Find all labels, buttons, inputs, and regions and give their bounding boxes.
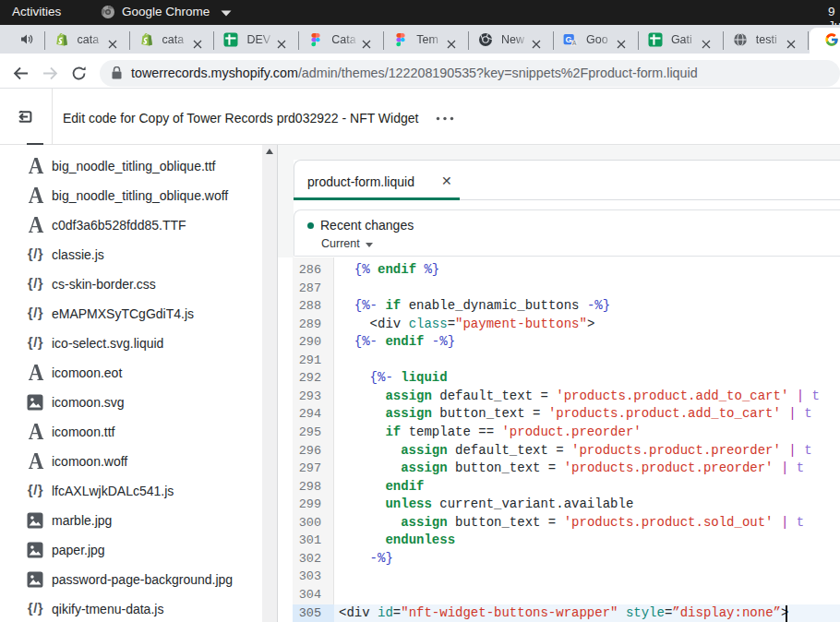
svg-text:G: G: [566, 35, 572, 44]
svg-text:A: A: [572, 40, 577, 46]
